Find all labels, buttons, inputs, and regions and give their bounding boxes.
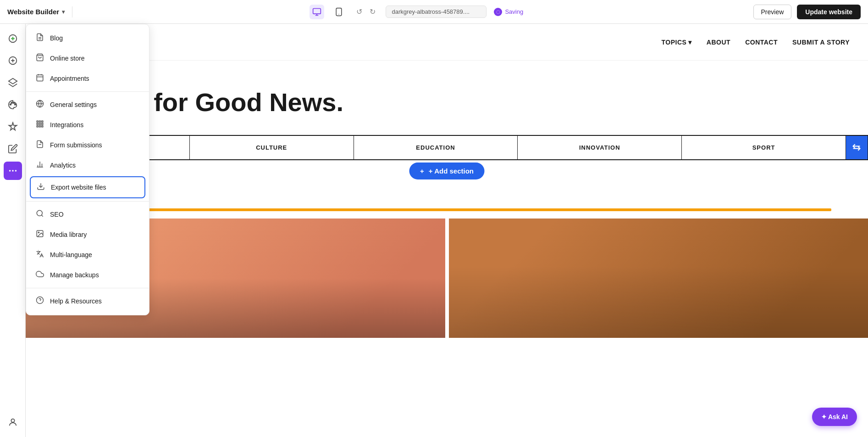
svg-point-13 (11, 419, 14, 422)
svg-point-38 (37, 210, 42, 216)
nav-topics[interactable]: TOPICS ▾ (661, 39, 691, 46)
update-website-btn[interactable]: Update website (797, 5, 861, 19)
main-content: TOPICS ▾ ABOUT CONTACT SUBMIT A STORY so… (26, 24, 868, 437)
topics-chevron-icon: ▾ (688, 39, 692, 46)
top-bar: Website Builder ▾ ↺ ↻ darkgrey-albatross… (0, 0, 868, 24)
sidebar-more-icon[interactable] (4, 162, 22, 180)
saving-label: Saving (505, 8, 523, 15)
tab-bar-wrapper: COMMUNITY CULTURE EDUCATION INNOVATION S… (26, 135, 868, 160)
orange-accent-bar (62, 208, 831, 211)
saving-dot-icon: ◌ (494, 8, 502, 16)
top-bar-center: ↺ ↻ darkgrey-albatross-458789.... ◌ Savi… (80, 5, 753, 19)
sidebar-bottom (4, 413, 22, 431)
tab-sport[interactable]: SPORT (682, 136, 846, 159)
help-resources-label: Help & Resources (50, 297, 102, 305)
help-icon (35, 296, 44, 306)
form-icon (35, 140, 44, 150)
sidebar-home-icon[interactable] (4, 29, 22, 48)
svg-rect-31 (42, 126, 43, 127)
builder-chevron-icon[interactable]: ▾ (62, 9, 65, 15)
sidebar-layers-icon[interactable] (4, 73, 22, 92)
undo-btn[interactable]: ↺ (354, 6, 365, 18)
sidebar-ai-icon[interactable] (4, 118, 22, 136)
svg-point-41 (38, 232, 39, 233)
svg-rect-24 (39, 121, 41, 122)
sidebar-add-icon[interactable] (4, 51, 22, 70)
sidebar-user-icon[interactable] (4, 413, 22, 431)
mobile-device-btn[interactable] (332, 5, 346, 19)
menu-item-form-submissions[interactable]: Form submissions (26, 135, 149, 155)
svg-point-12 (15, 170, 17, 172)
language-icon (35, 250, 44, 260)
menu-item-seo[interactable]: SEO (26, 204, 149, 224)
manage-backups-label: Manage backups (50, 271, 99, 279)
svg-rect-30 (39, 126, 41, 127)
svg-point-8 (13, 102, 14, 104)
svg-rect-17 (37, 75, 43, 81)
multi-language-label: Multi-language (50, 251, 92, 258)
menu-item-export-website-files[interactable]: Export website files (30, 176, 145, 198)
nav-submit[interactable]: SUBMIT A STORY (792, 39, 850, 46)
desktop-device-btn[interactable] (310, 5, 324, 19)
blog-icon (35, 33, 44, 43)
tab-culture[interactable]: CULTURE (190, 136, 354, 159)
preview-btn[interactable]: Preview (753, 5, 792, 19)
sidebar-edit-icon[interactable] (4, 140, 22, 158)
menu-item-blog[interactable]: Blog (26, 28, 149, 48)
general-settings-label: General settings (50, 101, 97, 108)
menu-item-online-store[interactable]: Online store (26, 48, 149, 68)
dropdown-menu: Blog Online store Appointments General s… (26, 24, 149, 315)
menu-item-manage-backups[interactable]: Manage backups (26, 265, 149, 285)
menu-item-analytics[interactable]: Analytics (26, 155, 149, 175)
svg-point-6 (10, 104, 11, 105)
menu-item-general-settings[interactable]: General settings (26, 95, 149, 115)
svg-line-39 (41, 215, 43, 216)
integrations-icon (35, 120, 44, 130)
form-submissions-label: Form submissions (50, 141, 102, 149)
redo-btn[interactable]: ↻ (367, 6, 378, 18)
tab-sort-btn[interactable] (846, 136, 868, 159)
saving-indicator: ◌ Saving (494, 8, 523, 16)
seo-label: SEO (50, 211, 64, 218)
menu-item-multi-language[interactable]: Multi-language (26, 245, 149, 265)
nav-about[interactable]: ABOUT (707, 39, 730, 46)
image-right (449, 218, 868, 338)
svg-rect-1 (337, 8, 342, 16)
svg-marker-5 (8, 78, 17, 84)
menu-item-appointments[interactable]: Appointments (26, 68, 149, 89)
integrations-label: Integrations (50, 121, 83, 129)
online-store-label: Online store (50, 55, 84, 62)
tab-bar: COMMUNITY CULTURE EDUCATION INNOVATION S… (26, 135, 868, 160)
url-bar[interactable]: darkgrey-albatross-458789.... (386, 6, 487, 18)
sidebar-paint-icon[interactable] (4, 95, 22, 114)
svg-rect-29 (37, 126, 38, 127)
media-library-label: Media library (50, 231, 87, 238)
export-label: Export website files (51, 184, 106, 191)
menu-item-help-resources[interactable]: Help & Resources (26, 291, 149, 311)
menu-item-integrations[interactable]: Integrations (26, 115, 149, 135)
calendar-icon (35, 73, 44, 84)
analytics-label: Analytics (50, 162, 76, 169)
menu-divider-1 (26, 91, 149, 92)
add-section-btn[interactable]: + + Add section (409, 162, 485, 179)
ask-ai-btn[interactable]: ✦ Ask AI (812, 408, 857, 426)
store-icon (35, 53, 44, 63)
appointments-label: Appointments (50, 75, 89, 82)
menu-divider-3 (26, 288, 149, 288)
nav-contact[interactable]: CONTACT (745, 39, 778, 46)
tab-innovation[interactable]: INNOVATION (518, 136, 682, 159)
tab-education[interactable]: EDUCATION (354, 136, 518, 159)
menu-item-media-library[interactable]: Media library (26, 224, 149, 245)
svg-rect-25 (42, 121, 43, 122)
preview-nav: TOPICS ▾ ABOUT CONTACT SUBMIT A STORY (26, 24, 868, 61)
svg-point-9 (14, 104, 16, 105)
builder-title[interactable]: Website Builder ▾ (7, 8, 65, 16)
media-icon (35, 230, 44, 240)
svg-point-7 (11, 102, 12, 104)
svg-point-11 (12, 170, 14, 172)
svg-rect-27 (39, 123, 41, 125)
left-sidebar (0, 24, 26, 437)
svg-rect-26 (37, 123, 38, 125)
seo-icon (35, 209, 44, 219)
add-section-plus-icon: + (420, 167, 424, 175)
